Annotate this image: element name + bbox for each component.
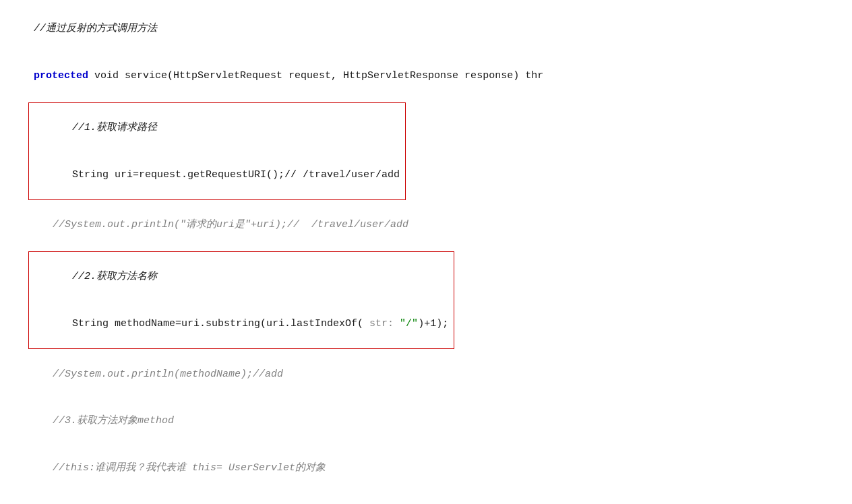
box2-comment-text: //2.获取方法名称 xyxy=(72,271,157,282)
box2-code-post: )+1); xyxy=(418,318,448,329)
box1-code: String uri=request.getRequestURI();// /t… xyxy=(34,151,400,198)
box2-code-pre: String methodName=uri.substring(uri.last… xyxy=(72,318,363,329)
box-get-uri: //1.获取请求路径 String uri=request.getRequest… xyxy=(28,102,406,201)
line-comment3: //3.获取方法对象method xyxy=(8,398,852,445)
box2-string: "/" xyxy=(400,318,418,329)
method-signature-rest: void service(HttpServletRequest request,… xyxy=(88,70,543,82)
comment-text: //通过反射的方式调用方法 xyxy=(34,23,157,34)
box1-comment-text: //1.获取请求路径 xyxy=(72,122,157,133)
box2-comment: //2.获取方法名称 xyxy=(34,253,448,301)
box1-comment: //1.获取请求路径 xyxy=(34,104,400,152)
code-block: //通过反射的方式调用方法 protected void service(Htt… xyxy=(0,0,852,504)
comment4-text: //this:谁调用我？我代表谁 this= UserServlet的对象 xyxy=(53,462,326,474)
box2-hint: str: xyxy=(363,318,400,329)
keyword-protected: protected xyxy=(34,70,88,82)
box1-code-text: String uri=request.getRequestURI();// /t… xyxy=(72,169,400,181)
commented-println1-text: //System.out.println("请求的uri是"+uri);// /… xyxy=(53,219,408,230)
comment3-text: //3.获取方法对象method xyxy=(53,415,174,427)
line-commented-println2: //System.out.println(methodName);//add xyxy=(8,350,852,398)
line-comment5: //System.out.println(this); xyxy=(8,492,852,505)
line-header-comment: //通过反射的方式调用方法 xyxy=(8,5,852,53)
line-comment4: //this:谁调用我？我代表谁 this= UserServlet的对象 xyxy=(8,445,852,492)
box-get-method-name: //2.获取方法名称 String methodName=uri.substri… xyxy=(28,251,454,350)
commented-println2-text: //System.out.println(methodName);//add xyxy=(53,369,283,380)
line-commented-println1: //System.out.println("请求的uri是"+uri);// /… xyxy=(8,201,852,249)
line-method-signature: protected void service(HttpServletReques… xyxy=(8,53,852,100)
box2-code: String methodName=uri.substring(uri.last… xyxy=(34,301,448,348)
